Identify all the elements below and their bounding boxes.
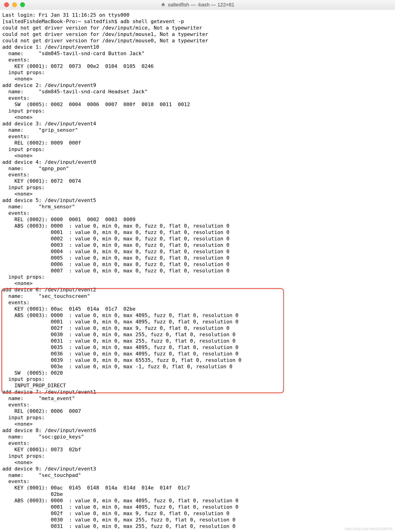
minimize-button[interactable]: [12, 2, 17, 7]
traffic-lights: [0, 2, 25, 7]
watermark-text: https://blog.csdn.net/u012166476: [345, 527, 392, 531]
window-title-text: saltedfish — -bash — 122×81: [168, 2, 234, 8]
close-button[interactable]: [4, 2, 9, 7]
maximize-button[interactable]: [20, 2, 25, 7]
terminal-output[interactable]: Last login: Fri Jan 31 11:16:25 on ttys0…: [0, 10, 395, 532]
window-titlebar: saltedfish — -bash — 122×81: [0, 0, 395, 10]
window-title: saltedfish — -bash — 122×81: [161, 2, 234, 8]
home-icon: [161, 2, 166, 7]
